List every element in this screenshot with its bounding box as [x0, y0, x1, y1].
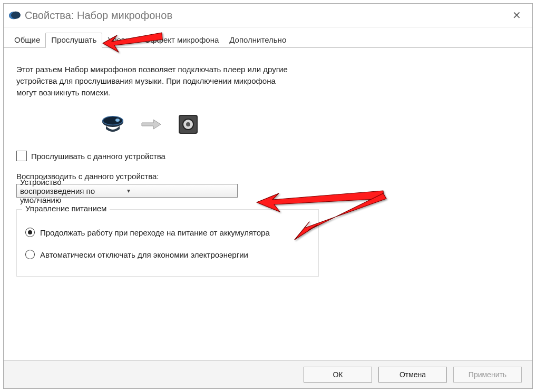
- arrow-right-icon: [141, 119, 162, 130]
- app-icon: [8, 11, 21, 19]
- radio-auto-off-row[interactable]: Автоматически отключать для экономии эле…: [25, 250, 310, 259]
- device-illustration: [101, 114, 520, 135]
- dialog-button-bar: ОК Отмена Применить: [4, 360, 532, 388]
- radio-continue-row[interactable]: Продолжать работу при переходе на питани…: [25, 228, 310, 237]
- power-management-group: Управление питанием Продолжать работу пр…: [16, 209, 319, 277]
- tabs-row: Общие Прослушать Уровни Эффект микрофона…: [4, 27, 532, 48]
- tab-listen[interactable]: Прослушать: [45, 33, 102, 48]
- tab-levels[interactable]: Уровни: [102, 33, 139, 47]
- tab-general[interactable]: Общие: [9, 33, 45, 47]
- tab-mic-effect[interactable]: Эффект микрофона: [139, 33, 224, 47]
- tab-advanced[interactable]: Дополнительно: [224, 33, 291, 47]
- ok-button[interactable]: ОК: [304, 367, 372, 383]
- apply-button[interactable]: Применить: [453, 367, 522, 383]
- power-management-legend: Управление питанием: [22, 204, 110, 213]
- svg-point-8: [186, 122, 190, 126]
- listen-checkbox-label: Прослушивать с данного устройства: [31, 152, 165, 161]
- window-title: Свойства: Набор микрофонов: [25, 9, 506, 22]
- source-device-icon: [101, 115, 125, 133]
- svg-point-3: [115, 119, 120, 122]
- properties-dialog: Свойства: Набор микрофонов ✕ Общие Просл…: [3, 3, 533, 389]
- playback-device-value: Устройство воспроизведения по умолчанию: [20, 178, 127, 204]
- target-speaker-icon: [178, 114, 199, 135]
- tab-content-listen: Этот разъем Набор микрофонов позволяет п…: [4, 48, 532, 360]
- listen-checkbox-row[interactable]: Прослушивать с данного устройства: [16, 151, 520, 161]
- radio-icon-selected[interactable]: [25, 228, 35, 237]
- playback-device-combobox[interactable]: Устройство воспроизведения по умолчанию …: [16, 184, 238, 198]
- close-icon[interactable]: ✕: [506, 9, 527, 22]
- radio-auto-off-label: Автоматически отключать для экономии эле…: [40, 250, 248, 259]
- description-text: Этот разъем Набор микрофонов позволяет п…: [16, 64, 290, 98]
- radio-continue-label: Продолжать работу при переходе на питани…: [40, 228, 270, 237]
- chevron-down-icon: ▾: [127, 187, 234, 194]
- radio-icon-unselected[interactable]: [25, 250, 35, 259]
- cancel-button[interactable]: Отмена: [378, 367, 447, 383]
- checkbox-icon[interactable]: [16, 151, 27, 161]
- titlebar: Свойства: Набор микрофонов ✕: [4, 4, 532, 27]
